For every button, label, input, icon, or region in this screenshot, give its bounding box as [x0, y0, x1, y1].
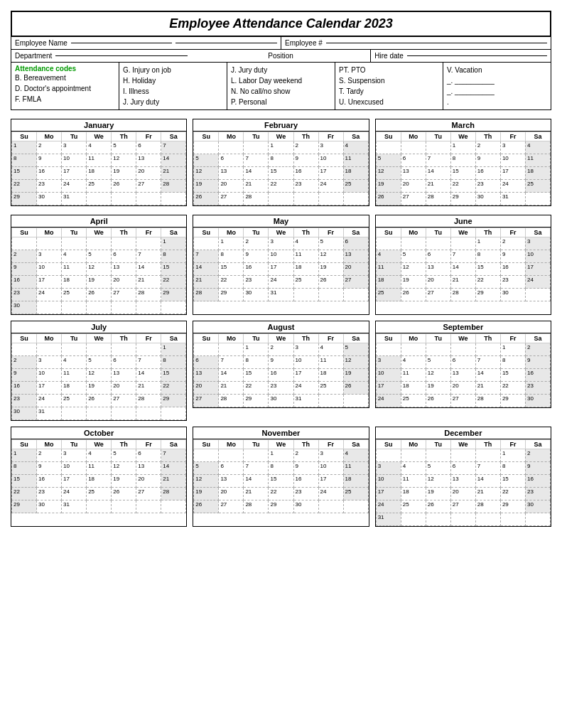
day-cell: 18 — [401, 382, 426, 395]
day-cell: 20 — [112, 276, 136, 289]
calendar-title-july: July — [11, 321, 186, 333]
day-cell: 6 — [426, 250, 450, 263]
calendar-wrapper: JulySuMoTuWeThFrSa1234567891011121314151… — [11, 321, 187, 421]
day-header-su: Su — [376, 440, 401, 449]
day-cell: 24 — [37, 289, 62, 301]
day-cell: 6 — [219, 462, 244, 475]
day-cell: 11 — [343, 462, 368, 475]
day-cell: 25 — [401, 395, 426, 407]
empty-cell — [136, 343, 161, 356]
day-cell: 12 — [426, 475, 450, 488]
day-cell: 16 — [12, 276, 37, 289]
day-cell: 11 — [87, 154, 112, 167]
day-cell: 5 — [194, 154, 219, 167]
day-header-fr: Fr — [500, 334, 525, 343]
day-cell: 15 — [161, 369, 186, 382]
day-cell: 18 — [87, 167, 112, 180]
day-cell: 9 — [244, 250, 269, 263]
day-cell: 6 — [112, 250, 136, 263]
day-cell: 12 — [87, 369, 112, 382]
day-cell: 17 — [525, 263, 550, 276]
empty-cell — [194, 141, 219, 154]
day-cell: 30 — [269, 395, 293, 407]
day-cell: 26 — [194, 193, 219, 205]
empty-cell — [136, 301, 161, 314]
day-cell: 17 — [500, 167, 525, 180]
day-header-sa: Sa — [525, 334, 550, 343]
day-cell: 26 — [343, 382, 368, 395]
code-v: V. Vacation — [447, 65, 547, 75]
empty-cell — [475, 343, 500, 356]
day-cell: 29 — [450, 193, 475, 205]
day-cell: 8 — [500, 462, 525, 475]
day-cell: 14 — [244, 167, 269, 180]
day-cell: 11 — [62, 369, 87, 382]
day-cell: 8 — [475, 250, 500, 263]
day-cell: 8 — [12, 462, 37, 475]
calendars-mid-grid: AprilSuMoTuWeThFrSa123456789101112131415… — [11, 215, 551, 315]
day-cell: 9 — [293, 154, 318, 167]
day-cell: 30 — [500, 289, 525, 301]
info-section: Employee Name Employee # Department Posi… — [11, 37, 551, 63]
day-header-mo: Mo — [219, 132, 244, 141]
day-cell: 23 — [12, 395, 37, 407]
day-cell: 23 — [500, 276, 525, 289]
empty-cell — [450, 513, 475, 526]
empty-cell — [401, 449, 426, 462]
empty-cell — [475, 513, 500, 526]
code-h: H. Holiday — [123, 75, 223, 86]
code-pt: PT. PTO — [339, 65, 439, 75]
day-cell: 25 — [87, 488, 112, 500]
day-cell: 23 — [12, 289, 37, 301]
day-header-fr: Fr — [136, 228, 161, 237]
day-cell: 8 — [500, 356, 525, 369]
day-cell: 29 — [12, 500, 37, 513]
empty-cell — [426, 513, 450, 526]
code-b: B. Bereavement — [15, 73, 115, 83]
empty-cell — [401, 513, 426, 526]
day-cell: 12 — [87, 263, 112, 276]
day-header-tu: Tu — [426, 132, 450, 141]
day-header-fr: Fr — [500, 132, 525, 141]
day-cell: 3 — [318, 449, 343, 462]
day-cell: 5 — [318, 237, 343, 250]
day-cell: 25 — [401, 500, 426, 513]
calendar-table-june: SuMoTuWeThFrSa12345678910111213141516171… — [376, 228, 551, 301]
day-cell: 11 — [87, 462, 112, 475]
calendar-table-january: SuMoTuWeThFrSa12345678910111213141516171… — [11, 132, 186, 205]
day-cell: 4 — [62, 250, 87, 263]
empty-cell — [426, 141, 450, 154]
empty-cell — [219, 343, 244, 356]
code-i: I. Illness — [123, 86, 223, 97]
code-l: L. Labor Day weekend — [231, 75, 331, 86]
day-cell: 9 — [475, 154, 500, 167]
day-cell: 25 — [343, 180, 368, 193]
day-cell: 31 — [500, 193, 525, 205]
day-cell: 5 — [112, 449, 136, 462]
day-cell: 24 — [269, 276, 293, 289]
day-cell: 20 — [219, 488, 244, 500]
empty-cell — [62, 343, 87, 356]
day-cell: 6 — [401, 154, 426, 167]
day-cell: 28 — [161, 180, 186, 193]
day-cell: 5 — [376, 154, 401, 167]
day-header-fr: Fr — [136, 440, 161, 449]
day-cell: 11 — [376, 263, 401, 276]
day-cell: 19 — [87, 382, 112, 395]
day-cell: 7 — [161, 449, 186, 462]
empty-cell — [62, 237, 87, 250]
codes-col-3: J. Jury duty L. Labor Day weekend N. No … — [227, 63, 335, 109]
day-cell: 25 — [62, 395, 87, 407]
day-cell: 28 — [475, 500, 500, 513]
day-cell: 26 — [376, 193, 401, 205]
day-cell: 14 — [219, 369, 244, 382]
day-cell: 7 — [244, 154, 269, 167]
day-cell: 15 — [161, 263, 186, 276]
day-cell: 25 — [87, 180, 112, 193]
day-cell: 18 — [343, 475, 368, 488]
day-cell: 27 — [450, 500, 475, 513]
day-cell: 21 — [244, 180, 269, 193]
empty-cell — [87, 343, 112, 356]
day-cell: 14 — [161, 462, 186, 475]
calendars-top-grid: JanuarySuMoTuWeThFrSa1234567891011121314… — [11, 119, 551, 206]
